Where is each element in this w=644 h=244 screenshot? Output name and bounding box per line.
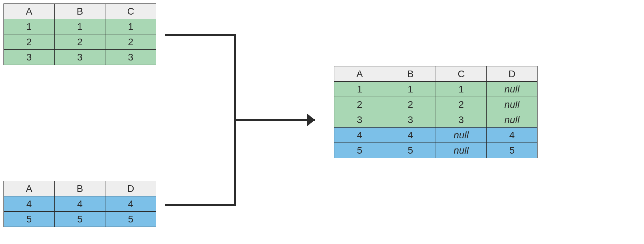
cell: 4 — [385, 128, 436, 143]
cell: 5 — [55, 212, 105, 227]
cell: 2 — [436, 97, 487, 112]
null-cell: null — [487, 82, 538, 97]
cell: 4 — [487, 128, 538, 143]
cell: 1 — [105, 19, 156, 34]
table1-header-row: A B C — [4, 4, 156, 19]
null-cell: null — [487, 112, 538, 128]
cell: 2 — [4, 34, 55, 50]
cell: 2 — [334, 97, 385, 112]
cell: 5 — [105, 212, 156, 227]
table3-header-B: B — [385, 66, 436, 82]
cell: 5 — [334, 143, 385, 158]
input-table-2: A B D 4 4 4 5 5 5 — [3, 181, 156, 227]
null-cell: null — [436, 128, 487, 143]
cell: 1 — [385, 82, 436, 97]
cell: 2 — [55, 34, 105, 50]
cell: 1 — [4, 19, 55, 34]
cell: 3 — [55, 50, 105, 65]
null-cell: null — [487, 97, 538, 112]
cell: 1 — [436, 82, 487, 97]
table-row: 4 4 null 4 — [334, 128, 538, 143]
cell: 1 — [55, 19, 105, 34]
table-row: 3 3 3 null — [334, 112, 538, 128]
cell: 2 — [105, 34, 156, 50]
cell: 5 — [385, 143, 436, 158]
cell: 3 — [334, 112, 385, 128]
cell: 1 — [334, 82, 385, 97]
table-row: 3 3 3 — [4, 50, 156, 65]
table-row: 1 1 1 — [4, 19, 156, 34]
table-row: 2 2 2 — [4, 34, 156, 50]
cell: 2 — [385, 97, 436, 112]
table3-header-A: A — [334, 66, 385, 82]
table2-header-B: B — [55, 181, 105, 196]
table1-header-B: B — [55, 4, 105, 19]
table-row: 5 5 5 — [4, 212, 156, 227]
table2-header-A: A — [4, 181, 55, 196]
table1-header-C: C — [105, 4, 156, 19]
table3-header-D: D — [487, 66, 538, 82]
table3-header-C: C — [436, 66, 487, 82]
table3-header-row: A B C D — [334, 66, 538, 82]
table1-header-A: A — [4, 4, 55, 19]
cell: 3 — [436, 112, 487, 128]
table-row: 4 4 4 — [4, 196, 156, 212]
table-row: 5 5 null 5 — [334, 143, 538, 158]
cell: 3 — [385, 112, 436, 128]
diagram-stage: A B C 1 1 1 2 2 2 3 3 3 — [0, 0, 644, 244]
table2-header-D: D — [105, 181, 156, 196]
input-table-1: A B C 1 1 1 2 2 2 3 3 3 — [3, 3, 156, 65]
table-row: 1 1 1 null — [334, 82, 538, 97]
merge-arrow-icon — [165, 33, 325, 207]
null-cell: null — [436, 143, 487, 158]
cell: 5 — [4, 212, 55, 227]
cell: 4 — [4, 196, 55, 212]
cell: 3 — [4, 50, 55, 65]
cell: 4 — [55, 196, 105, 212]
cell: 5 — [487, 143, 538, 158]
cell: 4 — [334, 128, 385, 143]
cell: 4 — [105, 196, 156, 212]
table2-header-row: A B D — [4, 181, 156, 196]
table-row: 2 2 2 null — [334, 97, 538, 112]
output-table: A B C D 1 1 1 null 2 2 2 null 3 3 3 — [334, 66, 538, 158]
cell: 3 — [105, 50, 156, 65]
